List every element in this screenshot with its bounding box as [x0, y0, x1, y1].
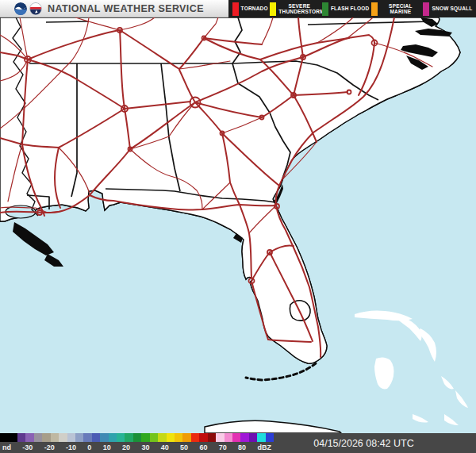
ramp-segment [208, 433, 216, 442]
legend-label: SEVERE THUNDERSTORM [278, 3, 320, 15]
ramp-segment [51, 433, 59, 442]
ramp-segment [257, 433, 265, 442]
tick-label-70: 70 [219, 443, 227, 451]
ramp-segment [182, 433, 190, 442]
legend-item-snow-squall: SNOW SQUALL [423, 2, 472, 16]
tick-label-40: 40 [161, 443, 169, 451]
ramp-segment [141, 433, 149, 442]
ramp-segment [75, 433, 83, 442]
ramp-segment [59, 433, 67, 442]
ramp-segment [225, 433, 232, 442]
ramp-segment [67, 433, 75, 442]
ramp-segment-nd [0, 433, 17, 442]
site-title: NATIONAL WEATHER SERVICE [48, 3, 204, 14]
tick-label--10: -10 [66, 443, 76, 451]
header-bar: NATIONAL WEATHER SERVICE TORNADOSEVERE T… [0, 0, 476, 17]
ramp-segment [199, 433, 207, 442]
ramp-segment [216, 433, 224, 442]
noaa-logo[interactable] [14, 2, 27, 15]
ramp-segment [125, 433, 132, 442]
tick-label-20: 20 [122, 443, 130, 451]
legend-swatch [322, 2, 328, 16]
legend-item-severe-thunderstorm: SEVERE THUNDERSTORM [270, 2, 320, 16]
tick-label-80: 80 [238, 443, 246, 451]
ramp-segment [92, 433, 100, 442]
tick-label-dBZ: dBZ [257, 443, 271, 451]
ramp-segment [240, 433, 248, 442]
nws-logo[interactable] [29, 2, 42, 15]
timestamp: 04/15/2026 08:42 UTC [274, 433, 454, 453]
legend-item-flash-flood: FLASH FLOOD [322, 2, 369, 16]
ramp-segment [175, 433, 182, 442]
tick-label-30: 30 [141, 443, 149, 451]
tick-label-10: 10 [103, 443, 111, 451]
ramp-segment [150, 433, 158, 442]
tick-label-50: 50 [180, 443, 188, 451]
legend-label: FLASH FLOOD [331, 6, 369, 11]
ramp-segment [232, 433, 240, 442]
legend-item-tornado: TORNADO [232, 2, 268, 16]
ramp-segment [25, 433, 33, 442]
nws-radar-page: NATIONAL WEATHER SERVICE TORNADOSEVERE T… [0, 0, 476, 453]
ramp-segment [167, 433, 175, 442]
tick-label-60: 60 [199, 443, 207, 451]
radar-map[interactable] [0, 17, 476, 433]
ramp-segment [158, 433, 166, 442]
dbz-tick-labels: nd-30-20-1001020304050607080dBZ [0, 442, 274, 453]
dbz-color-ramp [0, 433, 274, 442]
hazard-legend: TORNADOSEVERE THUNDERSTORMFLASH FLOODSPE… [228, 0, 476, 17]
ramp-segment [117, 433, 125, 442]
map-svg[interactable] [0, 17, 476, 433]
legend-item-special-marine: SPECIAL MARINE [371, 2, 421, 16]
ramp-segment [42, 433, 50, 442]
tick-label-0: 0 [87, 443, 91, 451]
colorbar-footer: nd-30-20-1001020304050607080dBZ 04/15/20… [0, 433, 476, 453]
legend-label: TORNADO [241, 6, 268, 11]
ramp-segment [17, 433, 25, 442]
legend-label: SNOW SQUALL [432, 6, 472, 11]
ramp-segment [266, 433, 274, 442]
ramp-segment [100, 433, 108, 442]
ramp-segment [133, 433, 141, 442]
tick-label--30: -30 [22, 443, 33, 451]
legend-label: SPECIAL MARINE [380, 3, 421, 15]
tick-label--20: -20 [44, 443, 55, 451]
ramp-segment [83, 433, 91, 442]
ramp-segment [249, 433, 257, 442]
tick-label-nd: nd [2, 443, 11, 451]
legend-swatch [371, 2, 378, 16]
ramp-segment [191, 433, 199, 442]
legend-swatch [423, 2, 429, 16]
legend-swatch [270, 2, 276, 16]
ramp-segment [109, 433, 117, 442]
brand-area: NATIONAL WEATHER SERVICE [0, 0, 228, 17]
ramp-segment [34, 433, 42, 442]
legend-swatch [232, 2, 239, 16]
